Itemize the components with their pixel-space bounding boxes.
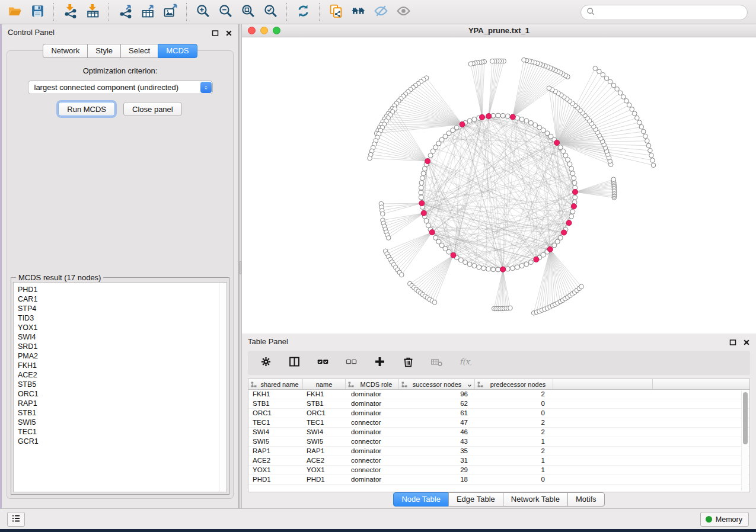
cell-successor-nodes[interactable]: 18 bbox=[399, 475, 475, 484]
cell-shared-name[interactable]: ACE2 bbox=[248, 456, 303, 465]
column-header-predecessor-nodes[interactable]: predecessor nodes bbox=[475, 379, 553, 389]
table-row[interactable]: SWI5SWI5connector431 bbox=[248, 437, 749, 447]
table-row[interactable]: ACE2ACE2connector311 bbox=[248, 456, 749, 466]
tab-select[interactable]: Select bbox=[120, 44, 158, 58]
cell-shared-name[interactable]: STB1 bbox=[248, 399, 303, 408]
export-image-button[interactable] bbox=[159, 2, 181, 22]
tab-edge-table[interactable]: Edge Table bbox=[448, 492, 503, 507]
cell-successor-nodes[interactable]: 31 bbox=[399, 456, 475, 465]
mcds-result-item[interactable]: RAP1 bbox=[18, 399, 227, 408]
save-session-button[interactable] bbox=[26, 2, 49, 22]
tab-node-table[interactable]: Node Table bbox=[393, 492, 449, 507]
mcds-result-item[interactable]: SRD1 bbox=[18, 342, 227, 351]
cell-name[interactable]: SWI5 bbox=[303, 437, 346, 446]
table-row[interactable]: YOX1YOX1connector291 bbox=[248, 466, 749, 475]
window-close-light[interactable] bbox=[248, 27, 256, 34]
close-panel-icon[interactable] bbox=[225, 28, 232, 39]
splitter-handle[interactable] bbox=[240, 261, 241, 274]
mcds-result-item[interactable]: CAR1 bbox=[18, 294, 227, 304]
table-row[interactable]: FKH1FKH1dominator962 bbox=[248, 390, 749, 399]
network-canvas[interactable] bbox=[242, 37, 756, 334]
delete-column-icon[interactable] bbox=[402, 355, 414, 370]
zoom-selected-button[interactable] bbox=[259, 2, 282, 22]
mcds-result-item[interactable]: STP4 bbox=[18, 304, 227, 313]
cell-mcds-role[interactable]: dominator bbox=[346, 390, 399, 399]
gear-icon[interactable] bbox=[260, 355, 272, 370]
column-header-successor-nodes[interactable]: successor nodes bbox=[399, 379, 475, 389]
cell-mcds-role[interactable]: connector bbox=[346, 418, 399, 427]
mcds-result-item[interactable]: FKH1 bbox=[18, 361, 227, 370]
table-row[interactable]: PHD1PHD1dominator180 bbox=[248, 475, 749, 485]
add-column-icon[interactable] bbox=[374, 355, 386, 370]
tab-network-table[interactable]: Network Table bbox=[503, 492, 568, 507]
cell-shared-name[interactable]: FKH1 bbox=[248, 390, 303, 399]
cell-successor-nodes[interactable]: 35 bbox=[399, 447, 475, 456]
close-panel-button[interactable]: Close panel bbox=[123, 102, 182, 116]
mcds-result-item[interactable]: STB5 bbox=[18, 380, 227, 389]
mcds-result-item[interactable]: PMA2 bbox=[18, 351, 227, 361]
close-panel-icon[interactable] bbox=[743, 338, 750, 348]
cell-predecessor-nodes[interactable]: 1 bbox=[475, 466, 553, 475]
export-table-button[interactable] bbox=[136, 2, 159, 22]
cell-mcds-role[interactable]: dominator bbox=[346, 409, 399, 418]
mcds-home-button[interactable] bbox=[347, 2, 369, 22]
cell-shared-name[interactable]: ORC1 bbox=[248, 409, 303, 418]
cell-predecessor-nodes[interactable]: 0 bbox=[475, 409, 553, 418]
window-zoom-light[interactable] bbox=[273, 27, 280, 34]
cell-predecessor-nodes[interactable]: 0 bbox=[475, 399, 553, 408]
cell-name[interactable]: FKH1 bbox=[303, 390, 346, 399]
duplicate-network-button[interactable] bbox=[324, 2, 347, 22]
cell-successor-nodes[interactable]: 46 bbox=[399, 428, 475, 437]
cell-mcds-role[interactable]: connector bbox=[346, 466, 399, 475]
mcds-result-item[interactable]: ACE2 bbox=[18, 370, 227, 380]
table-row[interactable]: ORC1ORC1dominator610 bbox=[248, 409, 749, 418]
cell-successor-nodes[interactable]: 96 bbox=[399, 390, 475, 399]
cell-shared-name[interactable]: YOX1 bbox=[248, 466, 303, 475]
select-all-icon[interactable] bbox=[317, 355, 329, 370]
export-network-button[interactable] bbox=[114, 2, 136, 22]
mcds-result-item[interactable]: TID3 bbox=[18, 313, 227, 323]
cell-successor-nodes[interactable]: 43 bbox=[399, 437, 475, 446]
window-minimize-light[interactable] bbox=[260, 27, 268, 34]
mcds-result-item[interactable]: STB1 bbox=[18, 408, 227, 418]
cell-mcds-role[interactable]: connector bbox=[346, 437, 399, 446]
cell-predecessor-nodes[interactable]: 2 bbox=[475, 418, 553, 427]
float-panel-icon[interactable] bbox=[212, 28, 219, 39]
cell-name[interactable]: ORC1 bbox=[303, 409, 346, 418]
cell-predecessor-nodes[interactable]: 1 bbox=[475, 456, 553, 465]
refresh-button[interactable] bbox=[292, 2, 314, 22]
cell-name[interactable]: RAP1 bbox=[303, 447, 346, 456]
tab-motifs[interactable]: Motifs bbox=[567, 492, 605, 507]
hide-panel-eye-button[interactable] bbox=[369, 2, 392, 22]
mcds-result-item[interactable]: SWI5 bbox=[18, 418, 227, 427]
memory-button[interactable]: Memory bbox=[700, 512, 749, 527]
table-scrollbar[interactable] bbox=[741, 391, 748, 491]
table-row[interactable]: SWI4SWI4dominator462 bbox=[248, 428, 749, 437]
cell-mcds-role[interactable]: dominator bbox=[346, 428, 399, 437]
table-row[interactable]: STB1STB1dominator620 bbox=[248, 399, 749, 409]
cell-name[interactable]: TEC1 bbox=[303, 418, 346, 427]
cell-shared-name[interactable]: PHD1 bbox=[248, 475, 303, 484]
cell-mcds-role[interactable]: dominator bbox=[346, 475, 399, 484]
import-network-button[interactable] bbox=[59, 2, 81, 22]
cell-name[interactable]: STB1 bbox=[303, 399, 346, 408]
table-row[interactable]: TEC1TEC1connector472 bbox=[248, 418, 749, 428]
cell-shared-name[interactable]: RAP1 bbox=[248, 447, 303, 456]
zoom-fit-button[interactable] bbox=[237, 2, 259, 22]
search-input[interactable] bbox=[596, 7, 747, 18]
result-list-scrollbar[interactable] bbox=[219, 283, 227, 492]
cell-mcds-role[interactable]: connector bbox=[346, 456, 399, 465]
mcds-result-item[interactable]: GCR1 bbox=[18, 437, 227, 446]
cell-shared-name[interactable]: SWI4 bbox=[248, 428, 303, 437]
zoom-out-button[interactable] bbox=[214, 2, 237, 22]
column-header-name[interactable]: name bbox=[303, 379, 346, 389]
mcds-result-item[interactable]: YOX1 bbox=[18, 323, 227, 332]
optimization-criterion-select[interactable]: largest connected component (undirected) bbox=[28, 81, 213, 94]
mcds-result-item[interactable]: TEC1 bbox=[18, 427, 227, 437]
network-window-titlebar[interactable]: YPA_prune.txt_1 bbox=[242, 24, 756, 37]
cell-name[interactable]: ACE2 bbox=[303, 456, 346, 465]
cell-name[interactable]: YOX1 bbox=[303, 466, 346, 475]
zoom-in-button[interactable] bbox=[192, 2, 214, 22]
deselect-all-icon[interactable] bbox=[345, 355, 358, 370]
open-file-button[interactable] bbox=[4, 2, 26, 22]
